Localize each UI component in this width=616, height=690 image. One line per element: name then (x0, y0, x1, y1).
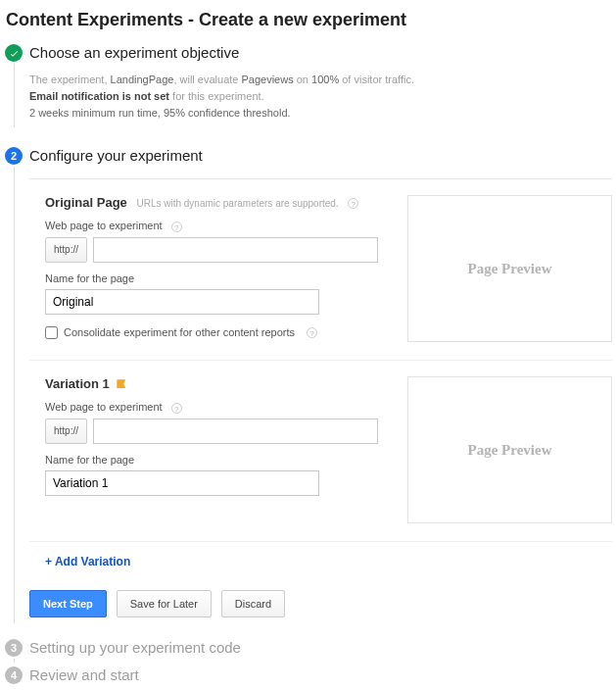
email-notification-status: Email notification is not set (29, 90, 169, 102)
original-name-input[interactable] (45, 289, 319, 315)
configure-panel: Original Page URLs with dynamic paramete… (29, 178, 612, 586)
step-objective: Choose an experiment objective The exper… (4, 44, 612, 122)
consolidate-label: Consolidate experiment for other content… (64, 326, 295, 338)
consolidate-row[interactable]: Consolidate experiment for other content… (45, 326, 378, 339)
step-configure: 2 Configure your experiment Original Pag… (4, 147, 612, 617)
discard-button[interactable]: Discard (221, 590, 285, 617)
variation-1-url-label: Web page to experiment (45, 401, 163, 413)
step-objective-title[interactable]: Choose an experiment objective (29, 44, 612, 62)
original-hint: URLs with dynamic parameters are support… (136, 198, 338, 209)
original-name-label: Name for the page (45, 272, 378, 284)
experiment-name: LandingPage (111, 74, 174, 85)
original-url-input[interactable] (93, 237, 378, 263)
save-for-later-button[interactable]: Save for Later (117, 590, 212, 617)
step-review: 4 Review and start (4, 666, 612, 684)
page-title: Content Experiments - Create a new exper… (4, 10, 612, 30)
run-settings: 2 weeks minimum run time, 95% confidence… (29, 105, 612, 122)
help-icon[interactable]: ? (348, 198, 358, 209)
variation-1-url-input[interactable] (93, 419, 378, 444)
scheme-dropdown[interactable]: http:// (45, 419, 87, 444)
original-url-label: Web page to experiment (45, 220, 163, 231)
traffic-percent: 100% (311, 74, 339, 85)
step-review-title[interactable]: Review and start (29, 666, 612, 684)
original-preview: Page Preview (407, 195, 612, 342)
objective-summary: The experiment, LandingPage, will evalua… (29, 72, 612, 122)
variation-1-block: Variation 1 Web page to experiment ? htt… (29, 360, 612, 541)
action-buttons: Next Step Save for Later Discard (29, 590, 612, 617)
step-code-title[interactable]: Setting up your experiment code (29, 639, 612, 657)
add-variation-row: + Add Variation (29, 541, 612, 586)
step-number-badge: 2 (5, 147, 23, 165)
step-number-badge: 4 (5, 666, 23, 684)
step-number-badge: 3 (5, 639, 23, 657)
flag-icon (117, 379, 125, 388)
step-code: 3 Setting up your experiment code (4, 639, 612, 657)
help-icon[interactable]: ? (171, 403, 182, 414)
variation-1-preview: Page Preview (407, 376, 612, 523)
help-icon[interactable]: ? (171, 222, 182, 232)
original-heading: Original Page (45, 195, 127, 210)
variation-1-name-label: Name for the page (45, 454, 378, 466)
next-step-button[interactable]: Next Step (29, 590, 107, 617)
consolidate-checkbox[interactable] (45, 326, 58, 339)
add-variation-link[interactable]: + Add Variation (45, 555, 130, 568)
metric-name: Pageviews (241, 74, 293, 85)
help-icon[interactable]: ? (307, 327, 317, 338)
scheme-dropdown[interactable]: http:// (45, 237, 87, 263)
wizard-steps: Choose an experiment objective The exper… (4, 44, 612, 684)
variation-1-name-input[interactable] (45, 470, 319, 496)
step-configure-title: Configure your experiment (29, 147, 612, 165)
original-page-block: Original Page URLs with dynamic paramete… (29, 179, 612, 360)
check-icon (5, 44, 23, 62)
variation-1-heading: Variation 1 (45, 376, 110, 391)
